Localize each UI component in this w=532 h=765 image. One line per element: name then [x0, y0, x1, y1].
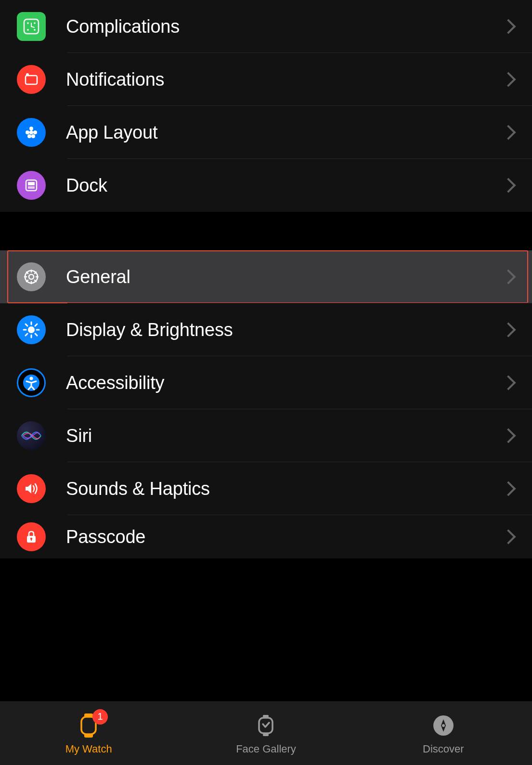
- row-app-layout[interactable]: App Layout: [0, 106, 532, 159]
- svg-point-13: [27, 134, 31, 138]
- accessibility-icon: [17, 368, 46, 397]
- row-label: Display & Brightness: [66, 320, 503, 340]
- svg-point-18: [29, 274, 34, 279]
- row-label: Siri: [66, 426, 503, 446]
- svg-point-4: [34, 29, 36, 31]
- row-label: Accessibility: [66, 373, 503, 393]
- row-dock[interactable]: Dock: [0, 159, 532, 212]
- chevron-right-icon: [501, 19, 516, 34]
- row-label: Complications: [66, 16, 503, 37]
- row-label: Sounds & Haptics: [66, 479, 503, 499]
- settings-section-1: Complications Notifications: [0, 0, 532, 212]
- passcode-icon: [17, 522, 46, 551]
- svg-rect-33: [31, 539, 32, 541]
- svg-point-41: [442, 724, 445, 727]
- chevron-right-icon: [501, 481, 516, 496]
- chevron-right-icon: [501, 428, 516, 443]
- row-general[interactable]: General: [0, 250, 532, 303]
- chevron-right-icon: [501, 125, 516, 140]
- row-label: App Layout: [66, 122, 503, 143]
- svg-rect-7: [26, 76, 37, 84]
- svg-point-11: [29, 130, 33, 134]
- app-layout-icon: [17, 118, 46, 147]
- svg-rect-17: [28, 186, 35, 189]
- row-label: Notifications: [66, 69, 503, 90]
- svg-line-25: [26, 324, 27, 326]
- chevron-right-icon: [501, 529, 516, 544]
- svg-point-8: [26, 73, 29, 76]
- sounds-icon: [17, 474, 46, 503]
- row-complications[interactable]: Complications: [0, 0, 532, 53]
- row-label: General: [66, 267, 503, 287]
- svg-rect-16: [28, 182, 35, 185]
- tab-my-watch[interactable]: 1 My Watch: [0, 712, 177, 755]
- tab-face-gallery[interactable]: Face Gallery: [177, 712, 354, 755]
- svg-point-12: [33, 130, 37, 134]
- chevron-right-icon: [501, 322, 516, 337]
- notification-badge: 1: [92, 709, 108, 725]
- row-siri[interactable]: Siri: [0, 409, 532, 462]
- settings-section-2: General: [0, 250, 532, 558]
- row-accessibility[interactable]: Accessibility: [0, 356, 532, 409]
- tab-label: Discover: [423, 743, 464, 755]
- svg-point-30: [30, 377, 33, 380]
- svg-point-10: [26, 130, 29, 134]
- chevron-right-icon: [501, 72, 516, 87]
- chevron-right-icon: [501, 178, 516, 193]
- chevron-right-icon: [501, 269, 516, 284]
- svg-point-3: [27, 29, 29, 31]
- tab-discover[interactable]: Discover: [355, 712, 532, 755]
- svg-point-20: [28, 326, 35, 333]
- dock-icon: [17, 171, 46, 200]
- tab-label: My Watch: [65, 743, 112, 755]
- svg-point-9: [29, 127, 33, 130]
- row-sounds-haptics[interactable]: Sounds & Haptics: [0, 462, 532, 515]
- discover-icon: [430, 712, 457, 739]
- svg-point-14: [31, 134, 35, 138]
- row-notifications[interactable]: Notifications: [0, 53, 532, 106]
- row-label: Dock: [66, 175, 503, 196]
- complications-icon: [17, 12, 46, 41]
- row-display-brightness[interactable]: Display & Brightness: [0, 303, 532, 356]
- watch-icon: 1: [75, 712, 102, 739]
- svg-point-2: [34, 22, 36, 24]
- tab-label: Face Gallery: [236, 743, 296, 755]
- row-label: Passcode: [66, 527, 503, 547]
- general-icon: [17, 262, 46, 291]
- svg-point-1: [27, 22, 29, 24]
- face-gallery-icon: [252, 712, 279, 739]
- notifications-icon: [17, 65, 46, 94]
- svg-line-6: [31, 26, 34, 27]
- svg-line-26: [35, 334, 37, 336]
- chevron-right-icon: [501, 375, 516, 390]
- tab-bar: 1 My Watch Face Gallery Discover: [0, 701, 532, 765]
- svg-line-28: [26, 334, 27, 336]
- brightness-icon: [17, 315, 46, 344]
- svg-line-27: [35, 324, 37, 326]
- siri-icon: [17, 421, 46, 450]
- row-passcode[interactable]: Passcode: [0, 515, 532, 558]
